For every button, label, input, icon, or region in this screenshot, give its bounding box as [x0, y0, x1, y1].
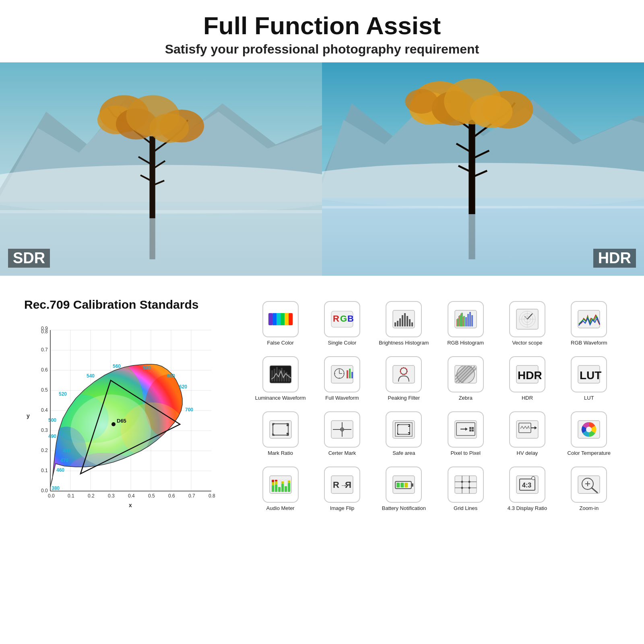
feature-icon-safe-area — [386, 411, 422, 448]
feature-icon-rgb-waveform — [571, 301, 607, 337]
svg-text:600: 600 — [167, 373, 175, 379]
svg-text:0.2: 0.2 — [88, 493, 95, 499]
feature-icon-full-waveform — [324, 356, 360, 392]
svg-text:R: R — [345, 480, 351, 490]
feature-item-single-color: R G B Single Color — [311, 298, 373, 350]
svg-rect-6 — [149, 136, 155, 219]
svg-text:380: 380 — [52, 485, 60, 491]
feature-item-audio-meter: Audio Meter — [250, 463, 311, 515]
feature-icon-mark-ratio — [262, 411, 299, 448]
feature-item-hv-delay: HV delay — [496, 408, 558, 460]
svg-text:HDR: HDR — [518, 369, 541, 382]
svg-text:D65: D65 — [117, 418, 126, 424]
feature-label-luminance-waveform: Luminance Waveform — [255, 395, 306, 402]
svg-rect-240 — [288, 483, 290, 492]
svg-text:B: B — [347, 314, 354, 324]
svg-point-222 — [586, 427, 592, 432]
svg-point-53 — [405, 89, 438, 114]
svg-rect-153 — [471, 315, 473, 326]
sdr-image: SDR — [0, 62, 322, 276]
feature-label-zoom-in: Zoom-in — [579, 505, 599, 512]
svg-rect-164 — [271, 370, 273, 382]
feature-label-audio-meter: Audio Meter — [266, 505, 295, 512]
feature-label-false-color: False Color — [267, 340, 293, 347]
feature-item-grid-lines: Grid Lines — [435, 463, 496, 515]
feature-icon-hdr: HDR — [509, 356, 545, 392]
feature-item-peaking-filter: Peaking Filter — [373, 353, 435, 405]
svg-rect-212 — [469, 427, 471, 429]
svg-text:0.3: 0.3 — [41, 427, 48, 433]
svg-rect-148 — [461, 313, 463, 326]
feature-item-rgb-histogram: RGB Histogram — [435, 298, 496, 350]
svg-text:560: 560 — [113, 363, 121, 369]
svg-rect-231 — [275, 480, 277, 481]
feature-label-rgb-histogram: RGB Histogram — [447, 340, 484, 347]
feature-item-color-temperature: Color Temperature — [558, 408, 620, 460]
svg-rect-236 — [281, 481, 284, 484]
feature-item-brightness-histogram: Brightness Histogram — [373, 298, 435, 350]
feature-item-lut: LUT LUT — [558, 353, 620, 405]
feature-label-lut: LUT — [584, 395, 594, 402]
svg-point-257 — [461, 481, 463, 483]
svg-text:0.1: 0.1 — [41, 468, 48, 473]
hdr-label: HDR — [593, 249, 636, 268]
hero-title: Full Function Assist — [0, 8, 644, 39]
feature-icon-grid-lines — [448, 466, 484, 503]
svg-text:0.7: 0.7 — [188, 493, 195, 499]
feature-label-safe-area: Safe area — [392, 450, 415, 457]
svg-text:0.0: 0.0 — [48, 493, 55, 499]
svg-rect-225 — [272, 485, 274, 492]
feature-item-display-ratio: 4:3 4.3 Display Ratio — [496, 463, 558, 515]
feature-icon-display-ratio: 4:3 — [509, 466, 545, 503]
svg-rect-152 — [469, 312, 471, 326]
svg-rect-230 — [275, 481, 277, 485]
feature-label-mark-ratio: Mark Ratio — [268, 450, 293, 457]
feature-icon-false-color — [262, 301, 299, 337]
svg-text:LUT: LUT — [580, 369, 601, 382]
feature-label-display-ratio: 4.3 Display Ratio — [508, 505, 547, 512]
svg-rect-149 — [463, 316, 465, 326]
feature-item-hdr: HDR HDR — [496, 353, 558, 405]
svg-text:0.4: 0.4 — [41, 407, 48, 413]
feature-item-luminance-waveform: Luminance Waveform — [250, 353, 311, 405]
svg-text:490: 490 — [48, 433, 56, 439]
svg-point-83 — [111, 422, 116, 426]
feature-label-full-waveform: Full Waveform — [325, 395, 359, 402]
feature-item-pixel-to-pixel: Pixel to Pixel — [435, 408, 496, 460]
hero-subtitle: Satisfy your professional photography re… — [0, 42, 644, 57]
feature-icon-image-flip: R → R — [324, 466, 360, 503]
svg-point-80 — [70, 394, 151, 467]
svg-rect-147 — [459, 315, 461, 326]
svg-rect-139 — [409, 319, 411, 326]
cie-diagram: D65 380 460 470 480 490 500 520 540 560 … — [24, 318, 225, 511]
svg-rect-123 — [272, 313, 277, 325]
svg-rect-214 — [472, 427, 474, 429]
feature-icon-battery-notification — [386, 466, 422, 503]
feature-label-image-flip: Image Flip — [330, 505, 355, 512]
feature-label-brightness-histogram: Brightness Histogram — [379, 340, 429, 347]
feature-icon-rgb-histogram — [448, 301, 484, 337]
svg-text:580: 580 — [143, 365, 151, 371]
svg-text:0.7: 0.7 — [41, 347, 48, 353]
svg-rect-150 — [465, 317, 467, 326]
svg-rect-238 — [285, 486, 287, 492]
svg-text:0.2: 0.2 — [41, 448, 48, 453]
svg-rect-229 — [275, 485, 277, 492]
feature-icon-peaking-filter — [386, 356, 422, 392]
svg-text:0.1: 0.1 — [68, 493, 74, 499]
svg-rect-125 — [281, 313, 285, 325]
svg-rect-132 — [393, 310, 415, 328]
svg-rect-227 — [272, 480, 274, 482]
svg-text:y: y — [27, 413, 30, 419]
feature-label-single-color: Single Color — [328, 340, 357, 347]
svg-rect-135 — [399, 318, 401, 326]
feature-label-color-temperature: Color Temperature — [568, 450, 611, 457]
svg-rect-251 — [405, 483, 408, 487]
feature-item-false-color: False Color — [250, 298, 311, 350]
feature-label-peaking-filter: Peaking Filter — [388, 395, 420, 402]
feature-icon-single-color: R G B — [324, 301, 360, 337]
feature-label-zebra: Zebra — [459, 395, 473, 402]
svg-text:0.0: 0.0 — [41, 488, 48, 493]
svg-text:0.9: 0.9 — [41, 326, 48, 331]
feature-icon-vector-scope — [509, 301, 545, 337]
